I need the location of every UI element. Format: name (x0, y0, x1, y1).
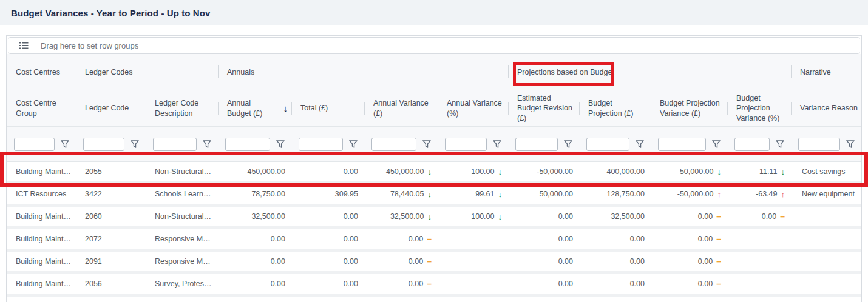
cell-cost-centre-group[interactable]: Building Maint… (7, 207, 76, 226)
table-row[interactable]: Building Maint…2072Responsive M…0.000.00… (7, 229, 861, 252)
cell-estimated-budget-revision[interactable]: 0.00 (508, 229, 579, 249)
cell-budget-projection-variance[interactable]: 0.00– (727, 207, 791, 226)
filter-input-budget-projection-variance[interactable] (658, 138, 706, 151)
cell-annual-variance[interactable]: 99.61↓ (438, 184, 508, 204)
filter-menu-button-annual-budget[interactable] (275, 139, 286, 150)
cell-total[interactable]: 0.00 (291, 229, 364, 249)
filter-menu-button-variance-reason[interactable] (845, 139, 856, 150)
column-header-variance-reason[interactable]: Variance Reason (791, 90, 861, 126)
cell-budget-projection[interactable]: 128,750.00 (579, 184, 651, 204)
cell-annual-variance[interactable]: 32,500.00↓ (364, 207, 438, 226)
filter-input-annual-budget[interactable] (225, 138, 270, 151)
cell-annual-variance[interactable]: 0.00– (364, 229, 438, 249)
cell-total[interactable]: 0.00 (291, 162, 364, 181)
filter-input-estimated-budget-revision[interactable] (515, 138, 558, 151)
filter-input-budget-projection-variance[interactable] (734, 138, 770, 151)
cell-budget-projection-variance[interactable] (727, 229, 791, 249)
cell-annual-variance[interactable] (438, 252, 508, 271)
filter-input-cost-centre-group[interactable] (14, 138, 55, 151)
cell-ledger-code-description[interactable]: Responsive M… (146, 252, 218, 271)
filter-input-total[interactable] (299, 138, 343, 151)
cell-annual-budget[interactable]: 450,000.00 (218, 162, 291, 181)
filter-menu-button-annual-variance[interactable] (421, 139, 432, 150)
cell-variance-reason[interactable]: New equipment (791, 184, 861, 204)
cell-cost-centre-group[interactable]: Building Maint… (7, 229, 76, 249)
cell-estimated-budget-revision[interactable]: 0.00 (508, 252, 579, 271)
cell-annual-variance[interactable]: 100.00↓ (438, 207, 508, 226)
cell-variance-reason[interactable] (791, 252, 861, 271)
cell-total[interactable]: 0.00 (291, 252, 364, 271)
cell-estimated-budget-revision[interactable]: -50,000.00 (508, 162, 579, 181)
cell-ledger-code-description[interactable]: Responsive M… (146, 229, 218, 249)
cell-ledger-code-description[interactable]: Survey, Profes… (146, 274, 218, 294)
table-row[interactable]: Building Maint…2055Non-Structural…450,00… (7, 162, 861, 184)
cell-ledger-code-description[interactable]: Schools Learn… (146, 184, 218, 204)
cell-budget-projection[interactable]: 0.00 (579, 252, 651, 271)
column-header-budget-projection-variance[interactable]: Budget Projection Variance (%) (727, 90, 791, 126)
cell-variance-reason[interactable] (791, 274, 861, 294)
cell-ledger-code[interactable]: 3422 (76, 184, 146, 204)
cell-annual-budget[interactable]: 0.00 (218, 229, 291, 249)
cell-ledger-code[interactable]: 2072 (76, 229, 146, 249)
cell-cost-centre-group[interactable]: Building Maint… (7, 252, 76, 271)
cell-annual-variance[interactable]: 100.00↓ (438, 162, 508, 181)
cell-budget-projection-variance[interactable] (727, 252, 791, 271)
column-header-budget-projection-variance[interactable]: Budget Projection Variance (£) (651, 90, 727, 126)
cell-estimated-budget-revision[interactable]: 50,000.00 (508, 184, 579, 204)
filter-menu-button-annual-variance[interactable] (492, 139, 503, 150)
cell-cost-centre-group[interactable]: Building Maint… (7, 274, 76, 294)
cell-annual-variance[interactable]: 0.00– (364, 274, 438, 294)
cell-variance-reason[interactable]: Cost savings (791, 162, 861, 181)
row-group-dropzone[interactable]: Drag here to set row groups (8, 37, 860, 54)
cell-total[interactable]: 0.00 (291, 207, 364, 226)
filter-menu-button-ledger-code-description[interactable] (202, 139, 212, 150)
table-row[interactable]: Building Maint…2056Survey, Profes…0.000.… (7, 274, 861, 297)
filter-input-ledger-code[interactable] (83, 138, 124, 151)
cell-cost-centre-group[interactable]: Building Maint… (7, 162, 76, 181)
cell-cost-centre-group[interactable]: ICT Resources (7, 184, 76, 204)
cell-budget-projection-variance[interactable]: 11.11↓ (727, 162, 791, 181)
cell-variance-reason[interactable] (791, 229, 861, 249)
filter-input-budget-projection[interactable] (586, 138, 629, 151)
cell-budget-projection-variance[interactable]: 50,000.00↓ (651, 162, 727, 181)
filter-menu-button-total[interactable] (348, 139, 359, 150)
cell-budget-projection[interactable]: 32,500.00 (579, 207, 651, 226)
cell-annual-variance[interactable]: 78,440.05↓ (364, 184, 438, 204)
cell-ledger-code[interactable]: 2091 (76, 252, 146, 271)
cell-annual-variance[interactable] (438, 274, 508, 294)
filter-menu-button-budget-projection-variance[interactable] (775, 139, 785, 150)
cell-ledger-code[interactable]: 2060 (76, 207, 146, 226)
column-header-ledger-code[interactable]: Ledger Code (76, 90, 146, 126)
filter-menu-button-budget-projection[interactable] (634, 139, 645, 150)
column-header-budget-projection[interactable]: Budget Projection (£) (579, 90, 651, 126)
cell-total[interactable]: 309.95 (291, 184, 364, 204)
cell-budget-projection-variance[interactable]: -63.49↑ (727, 184, 791, 204)
cell-estimated-budget-revision[interactable]: 0.00 (508, 274, 579, 294)
cell-budget-projection-variance[interactable] (727, 274, 791, 294)
cell-annual-variance[interactable] (438, 229, 508, 249)
filter-menu-button-budget-projection-variance[interactable] (711, 139, 722, 150)
cell-estimated-budget-revision[interactable]: 0.00 (508, 207, 579, 226)
cell-variance-reason[interactable] (791, 207, 861, 226)
filter-menu-button-ledger-code[interactable] (129, 139, 140, 150)
table-row[interactable]: Building Maint…2060Non-Structural…32,500… (7, 207, 861, 229)
column-header-annual-variance[interactable]: Annual Variance (£) (364, 90, 438, 126)
cell-annual-budget[interactable]: 0.00 (218, 274, 291, 294)
filter-menu-button-estimated-budget-revision[interactable] (563, 139, 574, 150)
cell-budget-projection[interactable]: 0.00 (579, 274, 651, 294)
cell-ledger-code[interactable]: 2056 (76, 274, 146, 294)
column-header-annual-variance[interactable]: Annual Variance (%) (438, 90, 508, 126)
table-row[interactable]: ICT Resources3422Schools Learn…78,750.00… (7, 184, 861, 207)
cell-budget-projection-variance[interactable]: 0.00– (651, 207, 727, 226)
cell-ledger-code-description[interactable]: Non-Structural… (146, 207, 218, 226)
cell-ledger-code-description[interactable]: Non-Structural… (146, 162, 218, 181)
column-header-cost-centre-group[interactable]: Cost Centre Group (7, 90, 76, 126)
filter-input-annual-variance[interactable] (371, 138, 416, 151)
filter-menu-button-cost-centre-group[interactable] (59, 139, 70, 150)
cell-total[interactable]: 0.00 (291, 274, 364, 294)
cell-ledger-code[interactable]: 2055 (76, 162, 146, 181)
cell-budget-projection[interactable]: 0.00 (579, 229, 651, 249)
cell-budget-projection[interactable]: 400,000.00 (579, 162, 651, 181)
cell-annual-budget[interactable]: 0.00 (218, 252, 291, 271)
cell-budget-projection-variance[interactable]: 0.00– (651, 252, 727, 271)
